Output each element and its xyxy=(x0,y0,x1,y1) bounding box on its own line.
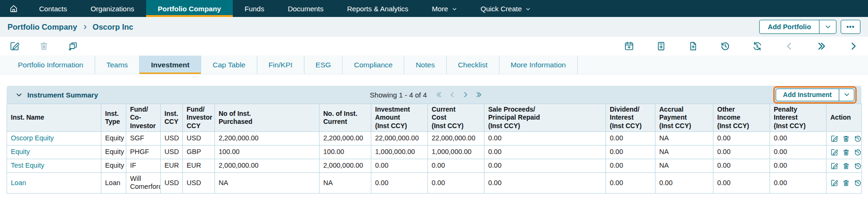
column-header-inst-ccy: Inst. CCY xyxy=(161,104,183,132)
table-cell: 0.00 xyxy=(770,146,827,159)
table-cell: 0.00 xyxy=(484,159,606,173)
row-history-button[interactable] xyxy=(854,162,862,170)
delete-row-button[interactable] xyxy=(842,179,850,187)
record-tabs: Portfolio InformationTeamsInvestmentCap … xyxy=(0,56,868,74)
delete-row-button[interactable] xyxy=(842,135,850,143)
row-history-button[interactable] xyxy=(854,135,862,143)
table-cell: Loan xyxy=(101,173,126,194)
investment-panel: Instrument Summary Showing 1 - 4 of 4 Ad… xyxy=(0,74,868,194)
nav-item-documents[interactable]: Documents xyxy=(276,0,336,17)
chevrons-right-icon xyxy=(816,41,827,51)
delete-row-button[interactable] xyxy=(842,162,850,170)
more-options-button[interactable]: ••• xyxy=(841,20,860,34)
add-event-button[interactable] xyxy=(624,41,634,51)
duplicate-button[interactable] xyxy=(68,41,78,51)
edit-button[interactable] xyxy=(9,41,20,51)
pagination-status: Showing 1 - 4 of 4 xyxy=(370,91,427,99)
nav-item-label: More xyxy=(432,5,448,13)
skip-forward-button[interactable] xyxy=(816,41,827,51)
first-page-button[interactable] xyxy=(435,91,443,98)
instrument-link[interactable]: Oscorp Equity xyxy=(11,134,54,142)
table-cell: NA xyxy=(319,173,371,194)
tab-label: Investment xyxy=(151,61,189,69)
nav-item-contacts[interactable]: Contacts xyxy=(27,0,79,17)
chevron-down-icon xyxy=(825,24,831,30)
nav-item-more[interactable]: More xyxy=(420,0,469,17)
column-header-action: Action xyxy=(827,104,862,132)
nav-item-funds[interactable]: Funds xyxy=(233,0,276,17)
trash-icon xyxy=(842,148,850,156)
previous-button[interactable] xyxy=(784,41,794,51)
delete-row-button[interactable] xyxy=(842,148,850,156)
tab-compliance[interactable]: Compliance xyxy=(343,56,404,74)
table-cell: 0.00 xyxy=(770,159,827,173)
next-page-button[interactable] xyxy=(462,91,469,98)
nav-item-quick-create[interactable]: Quick Create xyxy=(469,0,543,17)
column-header-penalty-interest-inst-ccy: Penalty Interest (Inst CCY) xyxy=(770,104,827,132)
column-header-no-of-inst-purchased: No of Inst. Purchased xyxy=(215,104,319,132)
last-page-button[interactable] xyxy=(475,91,483,98)
edit-row-button[interactable] xyxy=(830,135,838,143)
edit-row-button[interactable] xyxy=(830,148,838,156)
home-button[interactable] xyxy=(0,0,27,17)
instrument-name-cell: Test Equity xyxy=(7,159,101,173)
history-button[interactable] xyxy=(720,41,730,51)
add-document-button[interactable] xyxy=(688,41,698,51)
instrument-link[interactable]: Equity xyxy=(11,148,30,155)
tab-cap-table[interactable]: Cap Table xyxy=(201,56,257,74)
table-cell: 0.00 xyxy=(606,132,655,146)
nav-item-organizations[interactable]: Organizations xyxy=(79,0,146,17)
next-button[interactable] xyxy=(848,41,859,51)
delete-button[interactable] xyxy=(39,41,49,51)
instrument-link[interactable]: Loan xyxy=(11,179,26,187)
action-cell xyxy=(827,132,862,146)
table-cell: 0.00 xyxy=(606,173,655,194)
edit-icon xyxy=(830,148,838,156)
prev-page-button[interactable] xyxy=(449,91,456,98)
nav-item-portfolio-company[interactable]: Portfolio Company xyxy=(146,0,233,17)
instrument-link[interactable]: Test Equity xyxy=(11,162,44,169)
nav-item-reports-analytics[interactable]: Reports & Analytics xyxy=(336,0,420,17)
tab-label: Notes xyxy=(416,61,435,69)
tab-checklist[interactable]: Checklist xyxy=(447,56,500,74)
table-cell: 0.00 xyxy=(371,173,428,194)
tab-portfolio-information[interactable]: Portfolio Information xyxy=(7,56,95,74)
table-cell: 0.00 xyxy=(770,173,827,194)
table-cell: IF xyxy=(126,159,161,173)
calendar-add-icon xyxy=(624,41,634,51)
tab-more-information[interactable]: More Information xyxy=(500,56,578,74)
table-cell: 0.00 xyxy=(713,146,770,159)
table-cell: Will Comerford xyxy=(126,173,161,194)
edit-row-button[interactable] xyxy=(830,162,838,170)
breadcrumb-parent[interactable]: Portfolio Company xyxy=(8,23,77,32)
add-portfolio-button[interactable]: Add Portfolio xyxy=(760,20,819,33)
table-cell: 1,000,000.00 xyxy=(428,146,484,159)
nav-item-label: Organizations xyxy=(90,5,134,13)
pagination-buttons xyxy=(435,91,483,98)
top-nav: ContactsOrganizationsPortfolio CompanyFu… xyxy=(0,0,868,17)
edit-row-button[interactable] xyxy=(830,179,838,187)
tab-esg[interactable]: ESG xyxy=(304,56,343,74)
add-instrument-dropdown[interactable] xyxy=(839,89,854,101)
add-instrument-button[interactable]: Add Instrument xyxy=(776,89,839,101)
tab-notes[interactable]: Notes xyxy=(404,56,447,74)
tab-fin-kpi[interactable]: Fin/KPI xyxy=(257,56,304,74)
column-header-no-of-inst-current: No. of Inst. Current xyxy=(319,104,371,132)
tab-label: Cap Table xyxy=(213,61,246,69)
nav-item-label: Reports & Analytics xyxy=(347,5,409,13)
table-cell: Equity xyxy=(101,159,126,173)
column-header-sale-proceeds-principal-repaid-inst-ccy: Sale Proceeds/ Principal Repaid (Inst CC… xyxy=(484,104,606,132)
collapse-section-button[interactable] xyxy=(16,91,23,98)
add-form-button[interactable] xyxy=(656,41,666,51)
tab-investment[interactable]: Investment xyxy=(139,56,201,74)
table-cell: Equity xyxy=(101,146,126,159)
row-history-button[interactable] xyxy=(854,148,862,156)
currency-refresh-button[interactable]: $ xyxy=(752,41,762,51)
breadcrumb: Portfolio Company Oscorp Inc Add Portfol… xyxy=(0,17,868,37)
tab-teams[interactable]: Teams xyxy=(95,56,140,74)
table-cell: NA xyxy=(655,146,713,159)
row-history-button[interactable] xyxy=(854,179,862,187)
table-cell: 0.00 xyxy=(655,173,713,194)
column-header-inst-name: Inst. Name xyxy=(7,104,101,132)
add-portfolio-dropdown[interactable] xyxy=(819,20,836,33)
